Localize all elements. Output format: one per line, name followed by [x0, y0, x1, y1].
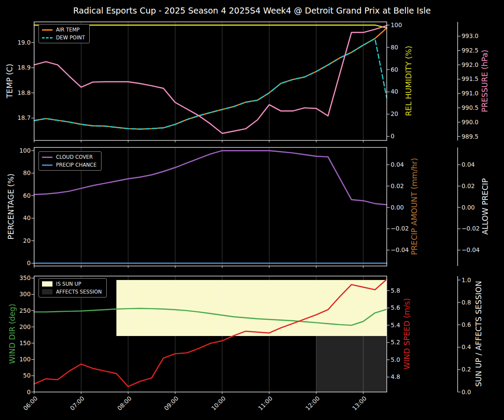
y-tick-label: 0: [391, 133, 417, 140]
y-tick-label: 0: [0, 260, 31, 266]
y-tick-label: 992.0: [462, 62, 490, 68]
y-tick-label: 990.5: [462, 105, 490, 111]
y-tick-label: 5.4: [391, 322, 417, 329]
legend-item-cloud-cover: CLOUD COVER: [42, 154, 97, 160]
precip-chance-line-swatch: [42, 164, 52, 166]
sun-up-band: [116, 280, 387, 336]
y-tick-label: 18.9: [0, 64, 31, 71]
y-tick-label: 4.8: [391, 374, 417, 380]
y-tick-label: 990.0: [462, 119, 490, 126]
affects-session-band: [316, 336, 387, 392]
y-tick-label: 19.0: [0, 39, 31, 46]
y-tick-label: 0: [0, 389, 31, 396]
legend-item-air-temp: AIR TEMP: [42, 27, 85, 33]
air-temp-legend-label: AIR TEMP: [56, 27, 80, 33]
y-tick-label: −0.02: [462, 225, 490, 232]
y-tick-label: 80: [391, 44, 417, 51]
y-tick-label: 20: [391, 111, 417, 117]
y-tick-label: 5.0: [391, 357, 417, 363]
y-tick-label: 989.5: [462, 133, 490, 140]
y-tick-label: 50: [0, 372, 31, 379]
legend-item-affects-session: AFFECTS SESSION: [42, 289, 102, 295]
y-tick-label: 0.02: [462, 183, 490, 189]
y-tick-label: 0.8: [462, 299, 490, 306]
humidity-axis-label: REL HUMIDITY (%): [404, 15, 413, 147]
legend-item-dew-point: DEW POINT: [42, 35, 85, 41]
y-tick-label: 992.5: [462, 47, 490, 54]
legend-temperature: AIR TEMP DEW POINT: [38, 24, 90, 43]
sun-up-patch-swatch: [42, 281, 52, 287]
y-tick-label: 18.8: [0, 90, 31, 96]
y-tick-label: 0.2: [462, 366, 490, 373]
y-tick-label: 60: [0, 192, 31, 199]
y-tick-label: 200: [0, 324, 31, 330]
y-tick-label: 60: [391, 66, 417, 73]
y-tick-label: 100: [0, 147, 31, 154]
y-tick-label: 250: [0, 308, 31, 314]
y-tick-label: 0.00: [462, 204, 490, 211]
y-tick-label: 20: [0, 238, 31, 244]
y-tick-label: 0.0: [462, 389, 490, 396]
sun-session-axis-label: SUN UP / AFFECTS SESSION: [474, 268, 483, 399]
precip-chance-legend-label: PRECIP CHANCE: [56, 162, 97, 168]
chart-canvas: [0, 0, 504, 420]
y-tick-label: 0.04: [462, 161, 490, 168]
sun-up-legend-label: IS SUN UP: [56, 281, 81, 287]
y-tick-label: 100: [0, 356, 31, 363]
temp-axis-label: TEMP (C): [5, 15, 14, 147]
percentage-axis-label: PERCENTAGE (%): [6, 141, 16, 272]
dew-point-line-swatch: [42, 37, 52, 38]
legend-item-sun-up: IS SUN UP: [42, 281, 102, 287]
y-tick-label: 5.2: [391, 339, 417, 346]
y-tick-label: −0.02: [391, 225, 417, 232]
y-tick-label: 993.0: [462, 33, 490, 39]
cloud-cover-legend-label: CLOUD COVER: [56, 154, 93, 160]
y-tick-label: 5.8: [391, 287, 417, 294]
y-tick-label: 5.6: [391, 304, 417, 311]
y-tick-label: 0.02: [391, 183, 417, 189]
legend-wind: IS SUN UP AFFECTS SESSION: [38, 278, 107, 298]
y-tick-label: 991.0: [462, 90, 490, 97]
cloud-cover-line-swatch: [42, 157, 52, 158]
y-tick-label: 300: [0, 291, 31, 298]
y-tick-label: 80: [0, 170, 31, 176]
dew-point-line: [34, 38, 387, 129]
chart-title: Radical Esports Cup - 2025 Season 4 2025…: [0, 6, 504, 15]
affects-session-legend-label: AFFECTS SESSION: [56, 289, 102, 295]
y-tick-label: 991.5: [462, 76, 490, 82]
weather-telemetry-chart: Radical Esports Cup - 2025 Season 4 2025…: [0, 0, 504, 420]
legend-item-precip-chance: PRECIP CHANCE: [42, 162, 97, 168]
y-tick-label: 0.04: [391, 161, 417, 168]
y-tick-label: −0.04: [391, 247, 417, 253]
dew-point-legend-label: DEW POINT: [56, 35, 85, 41]
y-tick-label: 150: [0, 340, 31, 346]
y-tick-label: 1.0: [462, 277, 490, 284]
y-tick-label: 350: [0, 275, 31, 281]
wind-dir-axis-label: WIND DIR (deg): [7, 268, 17, 399]
y-tick-label: 40: [391, 88, 417, 95]
y-tick-label: 40: [0, 215, 31, 221]
y-tick-label: 0.00: [391, 204, 417, 211]
y-tick-label: −0.04: [462, 247, 490, 253]
air-temp-line-swatch: [42, 29, 52, 31]
affects-session-patch-swatch: [42, 289, 52, 294]
y-tick-label: 0.6: [462, 322, 490, 328]
legend-percentage: CLOUD COVER PRECIP CHANCE: [38, 151, 102, 171]
y-tick-label: 100: [391, 22, 417, 28]
y-tick-label: 0.4: [462, 344, 490, 350]
y-tick-label: 18.7: [0, 115, 31, 121]
